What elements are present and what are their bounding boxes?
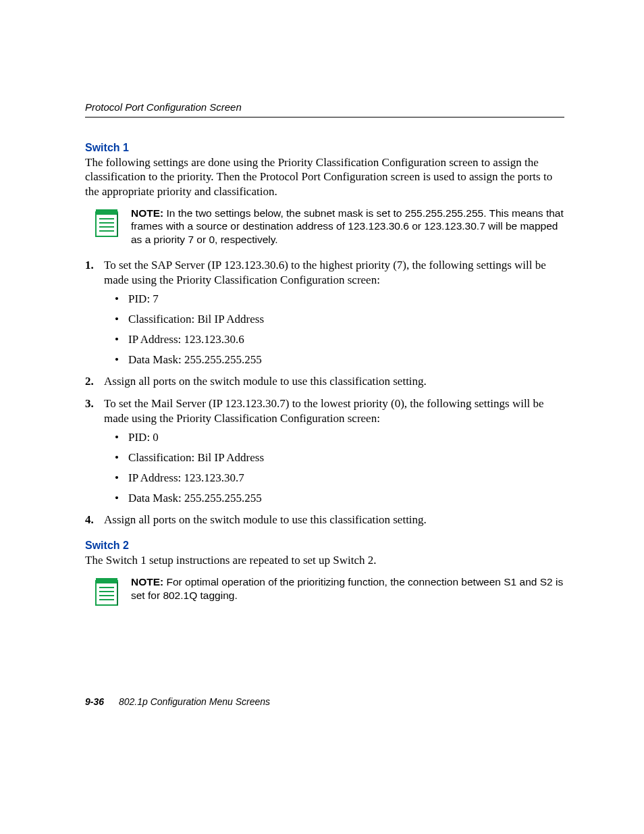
switch-1-intro: The following settings are done using th… bbox=[85, 155, 564, 199]
bullet-item: Data Mask: 255.255.255.255 bbox=[115, 353, 564, 367]
switch-1-steps: 1. To set the SAP Server (IP 123.123.30.… bbox=[85, 258, 564, 527]
note-label: NOTE: bbox=[131, 207, 163, 219]
step-3: 3. To set the Mail Server (IP 123.123.30… bbox=[85, 396, 564, 506]
step-2: 2. Assign all ports on the switch module… bbox=[85, 374, 564, 389]
step-1-bullets: PID: 7 Classification: Bil IP Address IP… bbox=[115, 292, 564, 367]
step-marker: 2. bbox=[85, 374, 94, 389]
step-marker: 1. bbox=[85, 258, 94, 273]
note-block-1: NOTE: In the two settings below, the sub… bbox=[95, 208, 564, 246]
bullet-item: Data Mask: 255.255.255.255 bbox=[115, 491, 564, 506]
bullet-item: PID: 0 bbox=[115, 430, 564, 445]
bullet-item: Classification: Bil IP Address bbox=[115, 312, 564, 327]
step-text: Assign all ports on the switch module to… bbox=[104, 513, 427, 526]
bullet-item: PID: 7 bbox=[115, 292, 564, 307]
page-footer: 9-36 802.1p Configuration Menu Screens bbox=[85, 696, 270, 707]
note-label: NOTE: bbox=[131, 576, 163, 588]
note-icon bbox=[95, 208, 120, 238]
bullet-item: IP Address: 123.123.30.6 bbox=[115, 332, 564, 347]
note-block-2: NOTE: For optimal operation of the prior… bbox=[95, 577, 564, 606]
bullet-item: Classification: Bil IP Address bbox=[115, 450, 564, 465]
step-marker: 4. bbox=[85, 513, 94, 527]
heading-switch-1: Switch 1 bbox=[85, 142, 564, 154]
note-text-2: NOTE: For optimal operation of the prior… bbox=[131, 575, 564, 602]
step-text: To set the Mail Server (IP 123.123.30.7)… bbox=[104, 397, 544, 425]
svg-rect-0 bbox=[96, 212, 117, 236]
footer-chapter: 802.1p Configuration Menu Screens bbox=[119, 696, 270, 707]
step-marker: 3. bbox=[85, 396, 94, 411]
switch-2-intro: The Switch 1 setup instructions are repe… bbox=[85, 553, 564, 567]
note-body: For optimal operation of the prioritizin… bbox=[131, 576, 563, 600]
note-text-1: NOTE: In the two settings below, the sub… bbox=[131, 207, 564, 246]
step-4: 4. Assign all ports on the switch module… bbox=[85, 513, 564, 527]
step-text: Assign all ports on the switch module to… bbox=[104, 375, 427, 388]
note-body: In the two settings below, the subnet ma… bbox=[131, 207, 564, 245]
svg-rect-1 bbox=[96, 209, 117, 215]
step-1: 1. To set the SAP Server (IP 123.123.30.… bbox=[85, 258, 564, 368]
svg-rect-7 bbox=[96, 581, 117, 605]
note-icon bbox=[95, 577, 120, 606]
heading-switch-2: Switch 2 bbox=[85, 540, 564, 552]
running-header: Protocol Port Configuration Screen bbox=[85, 101, 564, 118]
bullet-item: IP Address: 123.123.30.7 bbox=[115, 471, 564, 486]
page-number: 9-36 bbox=[85, 696, 104, 707]
svg-rect-8 bbox=[96, 578, 117, 583]
step-text: To set the SAP Server (IP 123.123.30.6) … bbox=[104, 259, 546, 286]
step-3-bullets: PID: 0 Classification: Bil IP Address IP… bbox=[115, 430, 564, 506]
